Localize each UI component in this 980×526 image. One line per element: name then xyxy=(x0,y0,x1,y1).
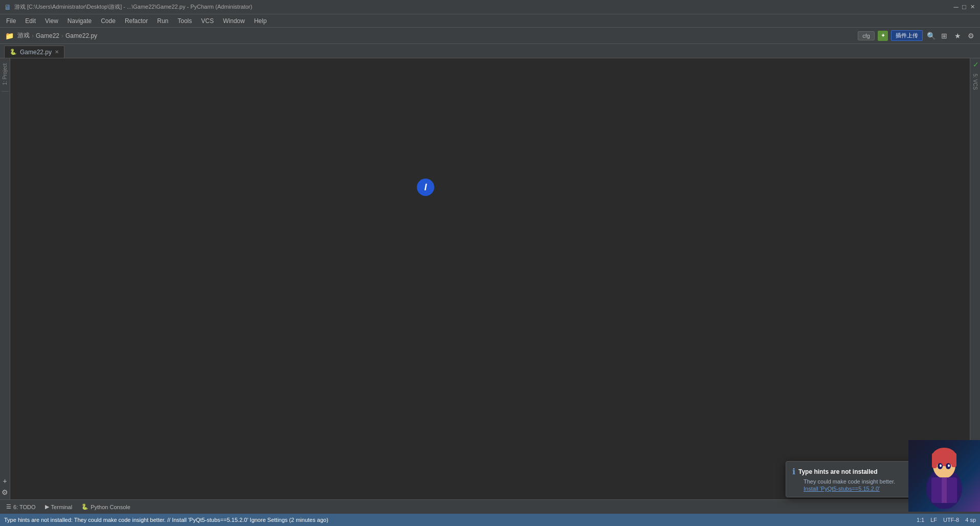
todo-label: 6: TODO xyxy=(13,504,36,510)
toolbar-right: cfg ✦ 插件上传 🔍 ⊞ ★ ⚙ xyxy=(858,30,976,41)
app-icon: 🖥 xyxy=(4,3,11,11)
status-bar-info: 1:1 LF UTF-8 4 sp xyxy=(917,517,976,523)
tab-bar: 🐍 Game22.py ✕ xyxy=(0,44,980,58)
terminal-label: Terminal xyxy=(51,504,73,510)
breadcrumb-sep-2: › xyxy=(61,32,63,39)
menu-code[interactable]: Code xyxy=(97,16,120,26)
svg-rect-4 xyxy=(951,453,956,467)
status-message-text: Type hints are not installed: They could… xyxy=(4,517,328,523)
bottom-tab-todo[interactable]: ☰ 6: TODO xyxy=(2,502,40,511)
maximize-button[interactable]: □ xyxy=(961,4,968,11)
editor-tab-game22[interactable]: 🐍 Game22.py ✕ xyxy=(4,46,64,58)
menu-vcs[interactable]: VCS xyxy=(197,16,218,26)
minimize-button[interactable]: ─ xyxy=(952,4,960,11)
folder-icon[interactable]: 📁 xyxy=(4,31,14,41)
indent-info[interactable]: 4 sp xyxy=(965,517,976,523)
menu-file[interactable]: File xyxy=(2,16,20,26)
svg-point-7 xyxy=(940,465,942,467)
tab-close-button[interactable]: ✕ xyxy=(55,49,59,55)
settings-panel-icon[interactable]: ⚙ xyxy=(0,487,10,497)
anime-character-image xyxy=(908,440,980,512)
svg-rect-3 xyxy=(932,453,937,468)
breadcrumb-folder[interactable]: Game22 xyxy=(36,32,59,39)
title-bar-left: 🖥 游戏 [C:\Users\Administrator\Desktop\游戏]… xyxy=(4,3,252,11)
close-button[interactable]: ✕ xyxy=(969,4,976,11)
menu-bar: File Edit View Navigate Code Refactor Ru… xyxy=(0,14,980,28)
main-layout: 1 I ✓ 5: VCS xyxy=(10,58,980,499)
sidebar-item-vcs[interactable]: 5: VCS xyxy=(972,74,978,90)
settings-icon[interactable]: ⚙ xyxy=(966,31,976,41)
encoding[interactable]: UTF-8 xyxy=(943,517,959,523)
notification-title: Type hints are not installed xyxy=(798,468,877,475)
title-bar: 🖥 游戏 [C:\Users\Administrator\Desktop\游戏]… xyxy=(0,0,980,14)
vtab-separator xyxy=(2,91,9,92)
bookmark-icon[interactable]: ★ xyxy=(952,31,963,41)
breadcrumb: 游戏 › Game22 › Game22.py xyxy=(17,31,97,40)
sidebar-item-project[interactable]: 1: Project xyxy=(1,60,9,88)
svg-point-8 xyxy=(948,465,950,467)
bottom-tab-python-console[interactable]: 🐍 Python Console xyxy=(77,502,135,511)
breadcrumb-file[interactable]: Game22.py xyxy=(65,32,97,39)
add-panel-icon[interactable]: + xyxy=(0,476,10,486)
bottom-panel: ☰ 6: TODO ▶ Terminal 🐍 Python Console xyxy=(0,499,980,514)
menu-window[interactable]: Window xyxy=(219,16,249,26)
line-ending[interactable]: LF xyxy=(930,517,937,523)
title-bar-title: 游戏 [C:\Users\Administrator\Desktop\游戏] -… xyxy=(14,3,252,11)
toolbar: 📁 游戏 › Game22 › Game22.py cfg ✦ 插件上传 🔍 ⊞… xyxy=(0,28,980,44)
breadcrumb-project[interactable]: 游戏 xyxy=(17,31,30,40)
character-placeholder xyxy=(908,440,980,512)
python-console-label: Python Console xyxy=(91,504,130,510)
vcs-checkmark-icon: ✓ xyxy=(973,60,979,69)
terminal-icon: ▶ xyxy=(45,503,49,510)
menu-navigate[interactable]: Navigate xyxy=(63,16,96,26)
upload-button[interactable]: 插件上传 xyxy=(891,30,923,41)
status-bar-message: Type hints are not installed: They could… xyxy=(4,517,328,523)
cursor-indicator: I xyxy=(417,179,434,196)
menu-run[interactable]: Run xyxy=(153,16,172,26)
breadcrumb-sep-1: › xyxy=(32,32,34,39)
editor-content[interactable]: I xyxy=(10,58,970,499)
menu-tools[interactable]: Tools xyxy=(173,16,196,26)
plugin-icon[interactable]: ✦ xyxy=(878,31,888,41)
cfg-button[interactable]: cfg xyxy=(858,31,875,40)
tab-file-icon: 🐍 xyxy=(10,49,17,55)
menu-refactor[interactable]: Refactor xyxy=(121,16,152,26)
menu-edit[interactable]: Edit xyxy=(21,16,40,26)
search-everywhere-icon[interactable]: 🔍 xyxy=(926,31,936,41)
left-panel: 1: Project + ⚙ xyxy=(0,58,10,499)
layout-icon[interactable]: ⊞ xyxy=(939,31,949,41)
python-console-icon: 🐍 xyxy=(81,503,88,510)
tab-label: Game22.py xyxy=(20,49,52,56)
title-bar-controls: ─ □ ✕ xyxy=(952,4,976,11)
status-bar: Type hints are not installed: They could… xyxy=(0,514,980,526)
todo-icon: ☰ xyxy=(6,503,11,510)
svg-rect-10 xyxy=(942,477,947,503)
notification-info-icon: ℹ xyxy=(792,467,795,476)
cursor-char: I xyxy=(424,182,427,193)
character-svg xyxy=(914,443,975,509)
cursor-position[interactable]: 1:1 xyxy=(917,517,924,523)
menu-help[interactable]: Help xyxy=(250,16,271,26)
bottom-tab-terminal[interactable]: ▶ Terminal xyxy=(41,502,77,511)
menu-view[interactable]: View xyxy=(41,16,62,26)
right-sidebar: ✓ 5: VCS xyxy=(970,58,980,499)
